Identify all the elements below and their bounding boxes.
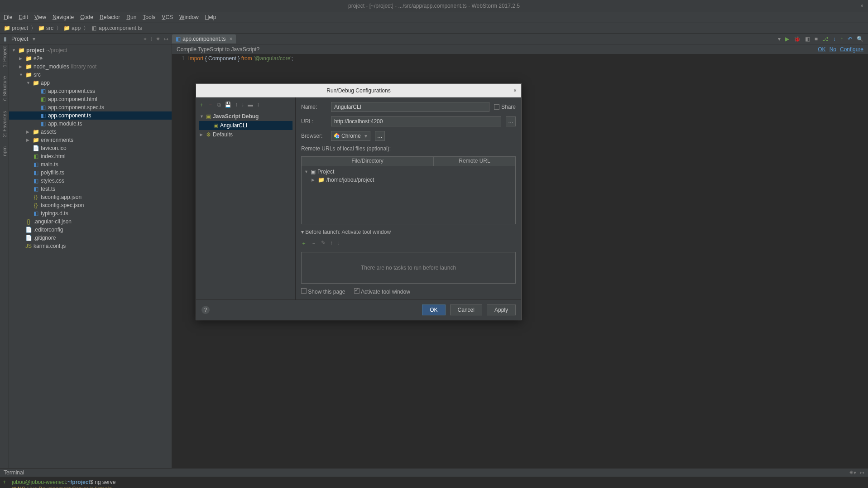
remote-row--home-jobou-project[interactable]: ▶📁/home/jobou/project [303, 176, 513, 184]
dialog-titlebar[interactable]: Run/Debug Configurations × [196, 84, 521, 97]
editor-tab-app-component[interactable]: ◧ app.component.ts × [172, 34, 236, 43]
tree-item-assets[interactable]: ▶📁assets [9, 128, 172, 136]
tree-item-src[interactable]: ▼📁src [9, 71, 172, 79]
gutter-2--favorites[interactable]: 2: Favorites [2, 111, 7, 137]
breadcrumb-project[interactable]: 📁project [4, 25, 28, 31]
tree-item-node-modules[interactable]: ▶📁node_modules library root [9, 63, 172, 71]
cfg-javascript-debug[interactable]: ▼▣JavaScript Debug [199, 112, 293, 121]
stop-icon[interactable]: ■ [815, 36, 818, 42]
compile-link-ok[interactable]: OK [818, 46, 825, 53]
tree-item-e2e[interactable]: ▶📁e2e [9, 54, 172, 63]
activate-tool-window-check[interactable]: Activate tool window [354, 288, 410, 295]
tree-item-styles-css[interactable]: ◧styles.css [9, 177, 172, 185]
tree-item-polyfills-ts[interactable]: ◧polyfills.ts [9, 169, 172, 177]
undo-icon[interactable]: ↶ [848, 36, 852, 42]
run-icon[interactable]: ▶ [785, 36, 789, 42]
cfg-angularcli[interactable]: ▣AngularCLI [199, 121, 293, 130]
terminal-add-icon[interactable]: + [3, 479, 12, 485]
tree-item--gitignore[interactable]: 📄.gitignore [9, 234, 172, 242]
git-branch-icon[interactable]: ⎇ [822, 36, 829, 42]
menu-window[interactable]: Window [179, 14, 199, 20]
debug-icon[interactable]: 🐞 [794, 36, 801, 42]
remote-urls-table[interactable]: File/Directory Remote URL ▼▣Project▶📁/ho… [301, 156, 516, 224]
apply-button[interactable]: Apply [487, 304, 516, 315]
tree-item-app-component-ts[interactable]: ◧app.component.ts [9, 111, 172, 120]
hide-icon[interactable]: ↦ [164, 36, 168, 42]
git-push-icon[interactable]: ↑ [840, 36, 843, 42]
project-tree[interactable]: ▼📁project ~/project▶📁e2e▶📁node_modules l… [9, 44, 172, 468]
tree-item-karma-conf-js[interactable]: JSkarma.conf.js [9, 242, 172, 250]
browser-more-button[interactable]: … [375, 131, 385, 141]
folder-icon[interactable]: ▬ [248, 101, 253, 108]
breadcrumb-src[interactable]: 〉 📁src [31, 24, 53, 32]
menu-code[interactable]: Code [80, 14, 93, 20]
menu-help[interactable]: Help [205, 14, 216, 20]
project-panel-title[interactable]: Project [11, 36, 28, 42]
git-pull-icon[interactable]: ↓ [833, 36, 836, 42]
bl-down-icon[interactable]: ↓ [337, 240, 340, 247]
gutter-7--structure[interactable]: 7: Structure [2, 76, 7, 102]
tree-item-test-ts[interactable]: ◧test.ts [9, 185, 172, 193]
tree-item-app[interactable]: ▼📁app [9, 79, 172, 87]
cfg-defaults[interactable]: ▶⚙Defaults [199, 130, 293, 139]
url-input[interactable] [331, 116, 501, 126]
gear-icon[interactable]: ✷ [156, 36, 160, 42]
tree-item-tsconfig-spec-json[interactable]: {}tsconfig.spec.json [9, 201, 172, 209]
breadcrumb-app.component.ts[interactable]: 〉 ◧app.component.ts [83, 24, 142, 32]
search-icon[interactable]: 🔍 [857, 36, 863, 42]
before-launch-section[interactable]: ▾ Before launch: Activate tool window [301, 229, 516, 235]
window-close-icon[interactable]: × [860, 3, 863, 9]
menu-view[interactable]: View [34, 14, 46, 20]
gutter-npm[interactable]: npm [2, 146, 7, 156]
bl-add-icon[interactable]: ＋ [301, 240, 307, 247]
tree-item-typings-d-ts[interactable]: ◧typings.d.ts [9, 209, 172, 217]
menu-edit[interactable]: Edit [19, 14, 28, 20]
show-this-page-check[interactable]: Show this page [301, 288, 345, 295]
project-view-icon[interactable]: ▮ [4, 36, 7, 42]
dialog-close-icon[interactable]: × [513, 87, 517, 94]
run-config-dropdown[interactable]: ▾ [778, 36, 781, 42]
remote-row-project[interactable]: ▼▣Project [303, 168, 513, 176]
tree-item-main-ts[interactable]: ◧main.ts [9, 160, 172, 169]
bl-edit-icon[interactable]: ✎ [321, 240, 326, 247]
target-icon[interactable]: ⌖ [144, 36, 147, 42]
name-input[interactable] [331, 102, 489, 112]
tree-item--angular-cli-json[interactable]: {}.angular-cli.json [9, 217, 172, 226]
tree-item-environments[interactable]: ▶📁environments [9, 136, 172, 144]
tree-root[interactable]: ▼📁project ~/project [9, 46, 172, 54]
menu-refactor[interactable]: Refactor [100, 14, 120, 20]
compile-link-no[interactable]: No [830, 46, 836, 53]
gutter-1--project[interactable]: 1: Project [2, 46, 7, 67]
terminal-tool-header[interactable]: Terminal ✷▾ ↦ [0, 468, 868, 477]
share-checkbox[interactable] [494, 104, 499, 110]
menu-vcs[interactable]: VCS [162, 14, 173, 20]
terminal-hide-icon[interactable]: ↦ [860, 469, 864, 476]
breadcrumb-app[interactable]: 〉 📁app [56, 24, 81, 32]
tree-item-favicon-ico[interactable]: 📄favicon.ico [9, 144, 172, 152]
tree-item-app-component-css[interactable]: ◧app.component.css [9, 87, 172, 95]
add-config-icon[interactable]: ＋ [199, 101, 204, 109]
tree-item-app-component-spec-ts[interactable]: ◧app.component.spec.ts [9, 103, 172, 111]
bl-up-icon[interactable]: ↑ [330, 240, 333, 247]
terminal-panel[interactable]: + × jobou@jobou-weenect:~/project$ ng se… [0, 477, 868, 488]
tree-item-app-component-html[interactable]: ◧app.component.html [9, 95, 172, 103]
browser-select[interactable]: Chrome ▾ [331, 131, 370, 141]
menu-navigate[interactable]: Navigate [53, 14, 74, 20]
move-down-icon[interactable]: ↓ [241, 101, 244, 108]
bl-remove-icon[interactable]: － [311, 240, 317, 247]
tree-item-tsconfig-app-json[interactable]: {}tsconfig.app.json [9, 193, 172, 201]
close-tab-icon[interactable]: × [229, 36, 232, 42]
menu-file[interactable]: File [4, 14, 12, 20]
code-editor[interactable]: 1 import { Component } from '@angular/co… [172, 54, 868, 62]
help-icon[interactable]: ? [201, 306, 210, 314]
url-browse-button[interactable]: … [506, 116, 516, 126]
tree-item-app-module-ts[interactable]: ◧app.module.ts [9, 120, 172, 128]
terminal-gear-icon[interactable]: ✷▾ [849, 469, 856, 476]
tree-item-index-html[interactable]: ◧index.html [9, 152, 172, 160]
remove-config-icon[interactable]: － [208, 101, 213, 109]
compile-link-configure[interactable]: Configure [840, 46, 863, 53]
expand-icon[interactable]: ↕ [257, 101, 259, 108]
collapse-icon[interactable]: ⁞ [150, 36, 152, 42]
copy-config-icon[interactable]: ⧉ [217, 101, 221, 108]
save-config-icon[interactable]: 💾 [225, 101, 231, 108]
